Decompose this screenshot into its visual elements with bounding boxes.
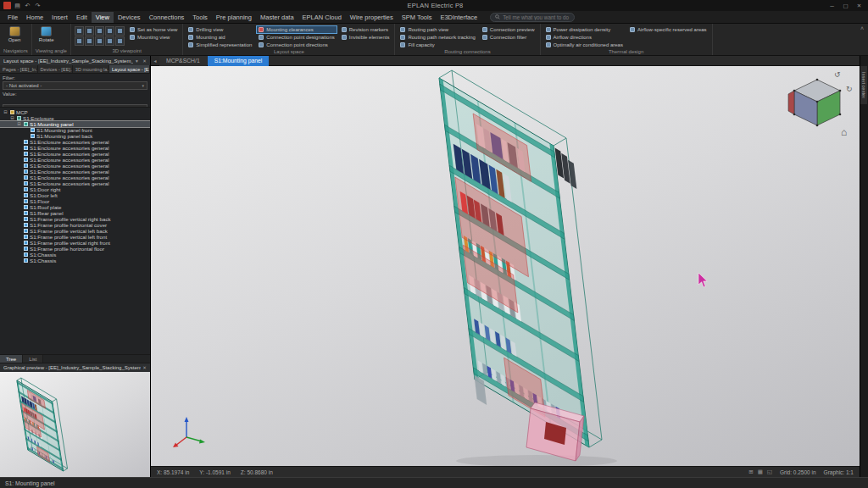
panel-close-icon[interactable]: ✕	[141, 58, 148, 64]
tree-item-s1-enclosure[interactable]: ⊟S1:Enclosure	[0, 115, 150, 121]
tree-item-mcp[interactable]: ⊟MCP	[0, 109, 150, 115]
tree-item-s1-door-right[interactable]: S1:Door right	[0, 186, 150, 192]
ribbon-button-connection-point-designations[interactable]: Connection point designations	[257, 34, 336, 41]
tree-item-s1-enclosure-accessories-general[interactable]: S1:Enclosure accessories general	[0, 175, 150, 180]
snap-to-grid-icon[interactable]: ⊞	[748, 469, 753, 475]
tree-item-s1-frame-profile-horizontal-floor[interactable]: S1:Frame profile horizontal floor	[0, 246, 150, 252]
tree-item-s1-floor[interactable]: S1:Floor	[0, 198, 150, 204]
tree-item-s1-frame-profile-vertical-left-front[interactable]: S1:Frame profile vertical left front	[0, 234, 150, 240]
ribbon-button-mounting-aid[interactable]: Mounting aid	[186, 34, 253, 41]
ribbon-button-power-dissipation-density[interactable]: Power dissipation density	[544, 26, 625, 33]
menu-view[interactable]: View	[92, 12, 114, 23]
menu-connections[interactable]: Connections	[145, 12, 189, 23]
viewpoint-bottom-button[interactable]	[75, 36, 84, 46]
menu-master-data[interactable]: Master data	[256, 12, 298, 23]
navigator-tab-3d-mounting-la[interactable]: 3D mounting la...	[73, 65, 109, 73]
3d-viewport-canvas[interactable]: ↺↻⌂	[151, 66, 860, 466]
tree-item-s1-frame-profile-vertical-right-back[interactable]: S1:Frame profile vertical right back	[0, 216, 150, 222]
tree-item-s1-rear-panel[interactable]: S1:Rear panel	[0, 210, 150, 216]
save-icon[interactable]: ▤	[14, 2, 21, 9]
rotate-cw-icon[interactable]: ↻	[846, 85, 853, 93]
ribbon-button-open[interactable]: Open	[3, 25, 25, 42]
tree-item-s1-enclosure-accessories-general[interactable]: S1:Enclosure accessories general	[0, 169, 150, 175]
tree-item-s1-roof-plate[interactable]: S1:Roof plate	[0, 204, 150, 210]
tree-item-s1-enclosure-accessories-general[interactable]: S1:Enclosure accessories general	[0, 180, 150, 186]
collapse-toggle-icon[interactable]: ⊟	[16, 121, 22, 127]
ribbon-button-mounting-view[interactable]: Mounting view	[128, 34, 179, 41]
viewpoint-front-button[interactable]	[75, 26, 84, 36]
menu-file[interactable]: File	[3, 12, 22, 23]
close-button[interactable]: ✕	[853, 3, 865, 9]
ribbon-button-revision-markers[interactable]: Revision markers	[340, 26, 392, 33]
navigator-list-tab[interactable]: List	[23, 355, 43, 363]
menu-eplan-cloud[interactable]: EPLAN Cloud	[298, 12, 346, 23]
viewpoint-iso-back-right-button[interactable]	[115, 36, 125, 46]
tree-item-s1-enclosure-accessories-general[interactable]: S1:Enclosure accessories general	[0, 151, 150, 157]
minimize-button[interactable]: ─	[826, 3, 838, 9]
panel-menu-icon[interactable]: ▾	[133, 58, 141, 64]
tree-item-s1-frame-profile-vertical-right-front[interactable]: S1:Frame profile vertical right front	[0, 240, 150, 246]
view-cube-red-face[interactable]	[788, 91, 794, 114]
navigator-tree-tab[interactable]: Tree	[0, 355, 23, 363]
ribbon-button-connection-preview[interactable]: Connection preview	[481, 26, 537, 33]
menu-home[interactable]: Home	[22, 12, 47, 23]
preview-close-icon[interactable]: ✕	[141, 365, 148, 370]
ribbon-button-simplified-representation[interactable]: Simplified representation	[186, 42, 253, 48]
insert-center-tab[interactable]: Insert center	[860, 66, 867, 104]
ribbon-button-rotate[interactable]: Rotate	[36, 25, 58, 42]
collapse-toggle-icon[interactable]: ⊟	[3, 109, 8, 115]
navigator-tab-devices-ee[interactable]: Devices - [EE]...	[38, 65, 73, 73]
menu-edit[interactable]: Edit	[72, 12, 92, 23]
filter-select[interactable]: - Not activated - ▾	[3, 81, 147, 90]
tree-item-s1-enclosure-accessories-general[interactable]: S1:Enclosure accessories general	[0, 157, 150, 163]
navigator-tab-pages-ee-in[interactable]: Pages - [EE]_In...	[0, 65, 38, 73]
grid-size-indicator[interactable]: Grid: 0.2500 in	[780, 469, 816, 475]
tree-item-s1-mounting-panel-front[interactable]: S1:Mounting panel front	[0, 127, 150, 133]
tree-item-s1-mounting-panel[interactable]: ⊟S1:Mounting panel	[0, 121, 150, 127]
tree-item-s1-chassis[interactable]: S1:Chassis	[0, 252, 150, 258]
grid-display-icon[interactable]: ▦	[758, 469, 763, 475]
menu-tools[interactable]: Tools	[188, 12, 212, 23]
coordinate-input-icon[interactable]: ◱	[767, 469, 772, 475]
viewpoint-iso-back-left-button[interactable]	[105, 36, 114, 46]
menu-wire-properties[interactable]: Wire properties	[346, 12, 398, 23]
menu-e3dinterface[interactable]: E3DInterface	[436, 12, 481, 23]
ribbon-button-mounting-clearances[interactable]: Mounting clearances	[257, 26, 336, 33]
tree-item-s1-chassis[interactable]: S1:Chassis	[0, 258, 150, 263]
tree-item-s1-frame-profile-vertical-left-back[interactable]: S1:Frame profile vertical left back	[0, 228, 150, 234]
search-input[interactable]	[503, 14, 570, 20]
viewpoint-iso-front-left-button[interactable]	[85, 36, 94, 46]
ribbon-button-invisible-elements[interactable]: Invisible elements	[340, 34, 392, 41]
viewpoint-back-button[interactable]	[85, 26, 94, 36]
graphical-preview-canvas[interactable]	[0, 372, 150, 477]
document-tab-mcp-sch-1[interactable]: MCP&SCH/1	[159, 56, 207, 66]
ribbon-button-airflow-directions[interactable]: Airflow directions	[544, 34, 625, 41]
viewpoint-iso-front-right-button[interactable]	[95, 36, 104, 46]
collapse-toggle-icon[interactable]: ⊟	[9, 115, 15, 121]
tab-scroll-back-icon[interactable]: ◂	[151, 56, 159, 65]
tree-item-s1-mounting-panel-back[interactable]: S1:Mounting panel back	[0, 133, 150, 139]
undo-icon[interactable]: ↶	[24, 2, 31, 9]
navigator-tab-layout-space-e[interactable]: Layout space - [E...	[109, 65, 150, 73]
ribbon-button-connection-filter[interactable]: Connection filter	[481, 34, 537, 41]
ribbon-button-drilling-view[interactable]: Drilling view	[186, 26, 253, 33]
tree-item-s1-enclosure-accessories-general[interactable]: S1:Enclosure accessories general	[0, 145, 150, 151]
ribbon-button-connection-point-directions[interactable]: Connection point directions	[257, 42, 336, 48]
rotate-ccw-icon[interactable]: ↺	[834, 70, 841, 79]
graphic-scale-indicator[interactable]: Graphic: 1:1	[824, 469, 854, 475]
viewpoint-top-button[interactable]	[115, 26, 125, 36]
document-tab-s1-mounting-panel[interactable]: S1:Mounting panel	[208, 56, 270, 66]
viewpoint-left-button[interactable]	[95, 26, 104, 36]
ribbon-button-set-as-home-view[interactable]: Set as home view	[128, 26, 179, 33]
tree-item-s1-enclosure-accessories-general[interactable]: S1:Enclosure accessories general	[0, 139, 150, 145]
home-view-icon[interactable]: ⌂	[841, 126, 847, 138]
menu-spm-tools[interactable]: SPM Tools	[398, 12, 437, 23]
ribbon-button-airflow-specific-reserved-areas[interactable]: Airflow-specific reserved areas	[628, 26, 709, 33]
ribbon-button-fill-capacity[interactable]: Fill capacity	[398, 42, 476, 48]
search-box[interactable]	[490, 13, 575, 22]
tree-item-s1-enclosure-accessories-general[interactable]: S1:Enclosure accessories general	[0, 163, 150, 169]
3d-viewport[interactable]: ↺↻⌂	[151, 66, 860, 466]
ribbon-button-routing-path-network-tracking[interactable]: Routing path network tracking	[398, 34, 476, 41]
ribbon-button-routing-path-view[interactable]: Routing path view	[398, 26, 476, 33]
ribbon-button-optimally-air-conditioned-areas[interactable]: Optimally air conditioned areas	[544, 42, 625, 48]
